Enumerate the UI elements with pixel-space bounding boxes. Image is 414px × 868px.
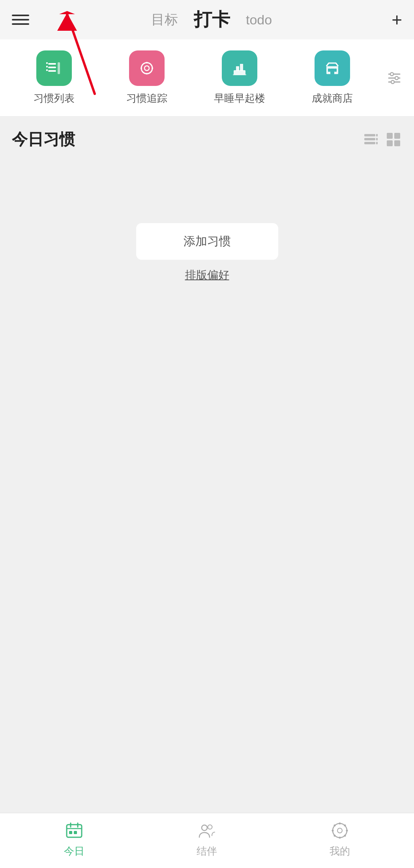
profile-settings-icon (330, 821, 350, 840)
section-title: 今日习惯 (12, 129, 75, 150)
feature-icon-row: 习惯列表 习惯追踪 早睡早起楼 (0, 39, 414, 117)
svg-rect-24 (328, 69, 330, 72)
svg-point-59 (333, 835, 335, 837)
settings-icon-container[interactable] (382, 69, 406, 87)
svg-rect-33 (364, 138, 375, 140)
svg-rect-6 (48, 67, 56, 68)
layout-preference-link[interactable]: 排版偏好 (185, 268, 229, 283)
empty-state: 添加习惯 排版偏好 (12, 162, 402, 343)
svg-point-29 (390, 73, 393, 76)
early-sleep-item[interactable]: 早睡早起楼 (193, 50, 286, 105)
svg-point-13 (144, 66, 149, 71)
svg-rect-40 (387, 140, 393, 146)
calendar-icon (64, 821, 84, 840)
early-sleep-icon-box (222, 50, 257, 86)
achievement-store-label: 成就商店 (312, 91, 353, 105)
svg-rect-8 (58, 62, 60, 74)
svg-point-49 (208, 825, 212, 829)
achievement-store-item[interactable]: 成就商店 (286, 50, 378, 105)
habit-list-label: 习惯列表 (34, 91, 75, 105)
svg-point-52 (339, 823, 341, 825)
bottom-nav-partner-label: 结伴 (197, 844, 217, 858)
people-icon (197, 821, 217, 840)
habit-track-item[interactable]: 习惯追踪 (101, 50, 193, 105)
svg-rect-19 (236, 66, 239, 71)
svg-point-14 (146, 62, 148, 63)
svg-rect-5 (48, 63, 56, 65)
svg-point-57 (344, 835, 346, 837)
svg-rect-41 (394, 140, 400, 146)
svg-rect-11 (46, 69, 48, 71)
svg-rect-34 (364, 142, 375, 144)
svg-point-31 (391, 80, 394, 84)
svg-point-12 (141, 63, 152, 74)
bottom-nav-mine[interactable]: 我的 (274, 821, 406, 858)
early-sleep-label: 早睡早起楼 (214, 91, 265, 105)
main-content: 今日习惯 (0, 117, 414, 868)
svg-point-16 (140, 67, 142, 69)
habit-track-label: 习惯追踪 (126, 91, 167, 105)
bottom-nav-partner[interactable]: 结伴 (140, 821, 273, 858)
svg-rect-9 (46, 62, 48, 64)
menu-button[interactable] (12, 15, 32, 25)
svg-rect-10 (46, 66, 48, 67)
svg-rect-39 (394, 133, 400, 139)
app-header: 目标 打卡 todo + (0, 0, 414, 39)
svg-rect-21 (233, 74, 246, 75)
list-view-button[interactable] (362, 131, 379, 148)
header-nav: 目标 打卡 todo (32, 7, 392, 32)
svg-point-48 (202, 825, 207, 831)
add-button[interactable]: + (392, 11, 402, 29)
settings-sliders-icon (386, 69, 403, 87)
habit-list-icon-box (36, 50, 72, 86)
bottom-nav-mine-label: 我的 (330, 844, 350, 858)
section-header: 今日习惯 (12, 129, 402, 150)
svg-rect-35 (376, 134, 378, 136)
svg-point-55 (346, 830, 348, 832)
svg-point-30 (395, 76, 398, 80)
grid-view-button[interactable] (385, 131, 402, 148)
svg-rect-23 (330, 69, 334, 74)
svg-point-56 (333, 825, 335, 827)
svg-rect-7 (48, 70, 56, 72)
achievement-store-icon-box (315, 50, 350, 86)
habit-list-item[interactable]: 习惯列表 (8, 50, 101, 105)
svg-point-54 (332, 830, 333, 832)
habit-track-icon-box (129, 50, 165, 86)
svg-rect-32 (364, 134, 375, 136)
content-spacer (12, 343, 402, 868)
svg-rect-47 (74, 831, 77, 834)
nav-item-checkin[interactable]: 打卡 (194, 7, 230, 32)
nav-item-todo[interactable]: todo (246, 12, 272, 28)
bottom-nav-today-label: 今日 (64, 844, 84, 858)
svg-point-17 (152, 67, 153, 69)
bottom-navigation: 今日 结伴 (0, 813, 414, 868)
svg-point-53 (339, 837, 341, 839)
svg-rect-38 (387, 133, 393, 139)
svg-rect-36 (376, 138, 378, 140)
svg-rect-20 (240, 64, 243, 71)
add-habit-button[interactable]: 添加习惯 (136, 223, 278, 260)
svg-point-51 (337, 828, 342, 833)
svg-rect-42 (67, 825, 82, 837)
svg-point-58 (344, 825, 346, 827)
svg-rect-37 (376, 142, 378, 144)
svg-rect-25 (334, 69, 337, 72)
view-toggle (362, 131, 402, 148)
bottom-nav-today[interactable]: 今日 (8, 821, 140, 858)
nav-item-target[interactable]: 目标 (151, 11, 178, 29)
svg-rect-46 (69, 831, 72, 834)
svg-point-15 (146, 73, 148, 75)
